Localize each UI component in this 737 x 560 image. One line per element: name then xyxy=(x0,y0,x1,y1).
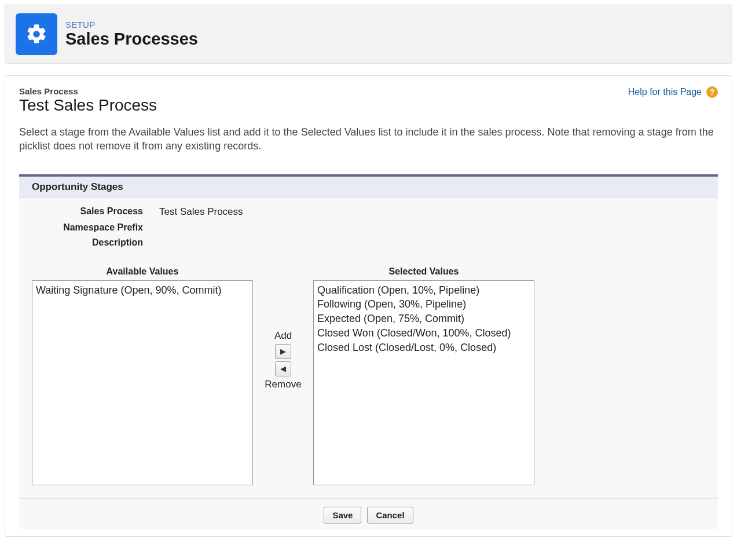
help-for-this-page-link[interactable]: Help for this Page ? xyxy=(628,86,718,98)
remove-button[interactable]: ◀ xyxy=(275,361,291,376)
detail-label-sales-process: Sales Process xyxy=(32,206,159,218)
opportunity-stages-section: Opportunity Stages Sales Process Test Sa… xyxy=(19,174,718,529)
detail-value-sales-process: Test Sales Process xyxy=(159,206,243,218)
list-item[interactable]: Closed Won (Closed/Won, 100%, Closed) xyxy=(317,326,530,341)
available-values-label: Available Values xyxy=(107,266,179,277)
cancel-button[interactable]: Cancel xyxy=(367,507,413,524)
gear-icon xyxy=(16,13,57,55)
add-remove-controls: Add ▶ ◀ Remove xyxy=(260,266,306,390)
selected-values-label: Selected Values xyxy=(389,266,459,277)
save-button[interactable]: Save xyxy=(324,507,361,524)
record-heading: Sales Process Test Sales Process xyxy=(19,86,157,115)
header-titles: SETUP Sales Processes xyxy=(65,20,198,49)
content-card: Sales Process Test Sales Process Help fo… xyxy=(5,75,732,537)
section-title: Opportunity Stages xyxy=(19,177,718,198)
record-type-label: Sales Process xyxy=(19,86,157,96)
list-item[interactable]: Closed Lost (Closed/Lost, 0%, Closed) xyxy=(317,341,530,355)
help-icon: ? xyxy=(706,86,718,98)
record-name: Test Sales Process xyxy=(19,96,157,115)
list-item[interactable]: Qualification (Open, 10%, Pipeline) xyxy=(317,283,530,298)
header-eyebrow: SETUP xyxy=(65,20,198,30)
list-item[interactable]: Following (Open, 30%, Pipeline) xyxy=(317,297,530,312)
chevron-right-icon: ▶ xyxy=(280,347,286,356)
detail-label-description: Description xyxy=(32,237,159,248)
list-item[interactable]: Waiting Signature (Open, 90%, Commit) xyxy=(36,283,249,298)
add-button[interactable]: ▶ xyxy=(275,344,291,359)
list-item[interactable]: Expected (Open, 75%, Commit) xyxy=(317,312,530,326)
page-title: Sales Processes xyxy=(65,30,198,49)
dual-listbox: Available Values Waiting Signature (Open… xyxy=(32,266,705,485)
detail-table: Sales Process Test Sales Process Namespa… xyxy=(32,204,705,250)
help-link-label: Help for this Page xyxy=(628,87,702,97)
available-values-listbox[interactable]: Waiting Signature (Open, 90%, Commit) xyxy=(32,280,253,485)
remove-label: Remove xyxy=(265,379,301,390)
chevron-left-icon: ◀ xyxy=(280,364,286,373)
page-header: SETUP Sales Processes xyxy=(5,5,732,64)
page-description: Select a stage from the Available Values… xyxy=(19,125,718,153)
add-label: Add xyxy=(274,330,292,342)
selected-values-listbox[interactable]: Qualification (Open, 10%, Pipeline)Follo… xyxy=(313,280,534,485)
detail-label-namespace-prefix: Namespace Prefix xyxy=(32,222,159,233)
footer-actions: Save Cancel xyxy=(19,499,718,529)
